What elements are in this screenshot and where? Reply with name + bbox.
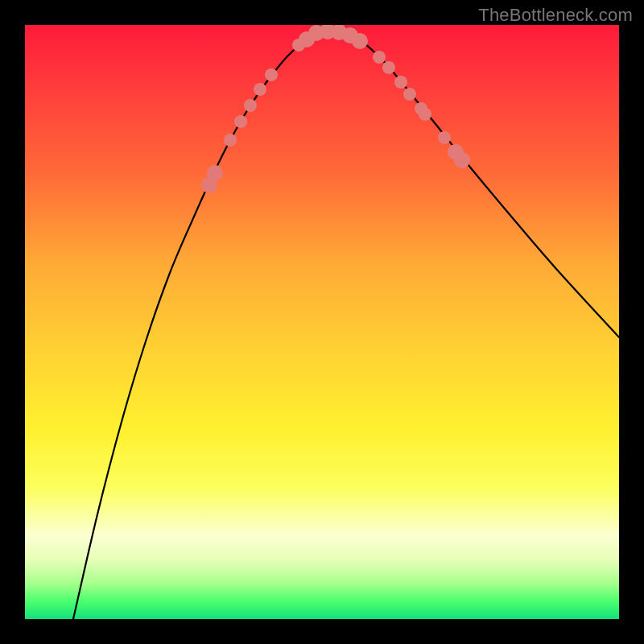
chart-frame: TheBottleneck.com bbox=[0, 0, 644, 644]
curve-marker bbox=[438, 131, 451, 144]
curve-marker bbox=[352, 33, 368, 49]
plot-area bbox=[25, 25, 619, 619]
curve-marker bbox=[373, 51, 386, 64]
curve-marker bbox=[207, 165, 223, 181]
curve-markers bbox=[201, 25, 470, 193]
bottleneck-curve bbox=[73, 31, 619, 619]
curve-marker bbox=[244, 99, 257, 112]
curve-marker bbox=[394, 76, 407, 89]
chart-svg bbox=[25, 25, 619, 619]
curve-marker bbox=[419, 108, 431, 121]
curve-marker bbox=[265, 68, 278, 81]
curve-marker bbox=[234, 115, 247, 128]
curve-marker bbox=[224, 134, 237, 147]
curve-marker bbox=[403, 88, 416, 101]
curve-marker bbox=[382, 61, 395, 74]
watermark-text: TheBottleneck.com bbox=[478, 5, 633, 26]
curve-marker bbox=[454, 152, 470, 168]
curve-marker bbox=[254, 83, 266, 96]
